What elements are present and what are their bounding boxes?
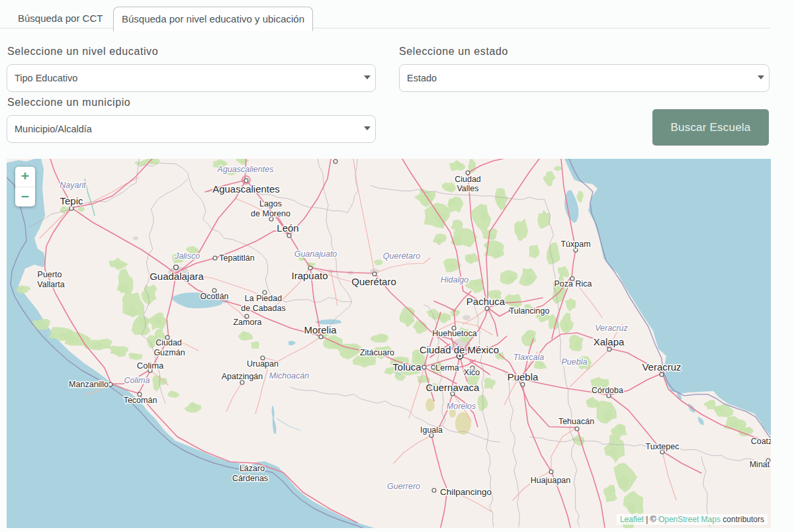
svg-text:Guzmán: Guzmán (154, 348, 185, 357)
svg-text:Córdoba: Córdoba (592, 386, 623, 395)
svg-text:Puerto: Puerto (38, 270, 62, 279)
svg-text:Ciudad de México: Ciudad de México (419, 344, 499, 355)
svg-text:Toluca: Toluca (392, 361, 421, 373)
svg-text:de Cabadas: de Cabadas (241, 304, 285, 313)
svg-text:Lagos: Lagos (259, 199, 282, 208)
svg-text:Tlaxcala: Tlaxcala (513, 353, 545, 362)
svg-text:de Moreno: de Moreno (251, 209, 290, 218)
svg-text:Poza Rica: Poza Rica (554, 279, 592, 288)
svg-text:Pachuca: Pachuca (466, 296, 506, 307)
svg-text:Cuernavaca: Cuernavaca (426, 382, 480, 393)
svg-text:Túxpam: Túxpam (560, 240, 590, 249)
svg-text:Puebla: Puebla (507, 371, 539, 382)
svg-text:Aguascalientes: Aguascalientes (212, 183, 280, 195)
svg-text:Vallarta: Vallarta (37, 280, 65, 289)
svg-text:Puebla: Puebla (562, 357, 588, 367)
svg-text:Aguascalientes: Aguascalientes (217, 165, 274, 174)
svg-text:Jalisco: Jalisco (174, 251, 200, 261)
svg-text:Chilpancingo: Chilpancingo (440, 487, 492, 497)
svg-text:Lázaro: Lázaro (240, 464, 265, 473)
svg-text:Veracruz: Veracruz (642, 361, 681, 373)
svg-text:Veracruz: Veracruz (595, 324, 628, 333)
svg-text:Tepatitlán: Tepatitlán (219, 253, 255, 263)
svg-text:Hidalgo: Hidalgo (441, 275, 468, 285)
svg-text:Ciudad: Ciudad (455, 175, 481, 184)
svg-text:Tecomán: Tecomán (124, 396, 157, 405)
svg-text:Xalapa: Xalapa (594, 336, 625, 347)
svg-text:Irapuato: Irapuato (291, 270, 328, 281)
svg-text:Lerma: Lerma (435, 363, 459, 373)
svg-text:Colima: Colima (124, 376, 150, 385)
svg-text:La Piedad: La Piedad (245, 294, 282, 303)
svg-text:Ciudad: Ciudad (155, 338, 182, 347)
svg-text:Valles: Valles (457, 184, 478, 193)
svg-text:Apatzingán: Apatzingán (222, 372, 263, 381)
svg-text:Morelia: Morelia (304, 324, 337, 335)
svg-text:Minat: Minat (750, 460, 770, 469)
svg-text:Xico: Xico (464, 368, 480, 377)
svg-text:Tulancingo: Tulancingo (509, 306, 550, 316)
svg-text:León: León (277, 222, 298, 234)
svg-text:Huehuetoca: Huehuetoca (432, 329, 476, 338)
svg-text:Morelos: Morelos (447, 402, 476, 411)
svg-text:Uruapan: Uruapan (247, 359, 279, 369)
svg-text:Zitácuaro: Zitácuaro (360, 348, 394, 357)
svg-text:Querétaro: Querétaro (383, 251, 420, 261)
svg-text:Nayarit: Nayarit (60, 181, 86, 190)
svg-text:Tepic: Tepic (60, 195, 83, 206)
svg-text:Huajuapan: Huajuapan (531, 476, 571, 485)
svg-text:Zamora: Zamora (233, 318, 261, 327)
svg-text:Colima: Colima (137, 361, 164, 371)
svg-text:Guadalajara: Guadalajara (150, 271, 204, 282)
svg-text:Tehuacán: Tehuacán (558, 417, 594, 426)
svg-text:Querétaro: Querétaro (351, 276, 396, 287)
svg-text:Manzanillo: Manzanillo (69, 380, 109, 389)
svg-text:Coatz: Coatz (751, 437, 771, 446)
svg-text:Cárdenas: Cárdenas (232, 474, 268, 483)
svg-text:Guanajuato: Guanajuato (294, 249, 337, 259)
svg-text:Michoacán: Michoacán (269, 371, 309, 380)
svg-text:Ocotlán: Ocotlán (200, 292, 228, 301)
svg-text:Guerrero: Guerrero (387, 482, 420, 491)
svg-text:Iguala: Iguala (420, 425, 443, 435)
svg-text:Tuxtepec: Tuxtepec (646, 442, 680, 451)
